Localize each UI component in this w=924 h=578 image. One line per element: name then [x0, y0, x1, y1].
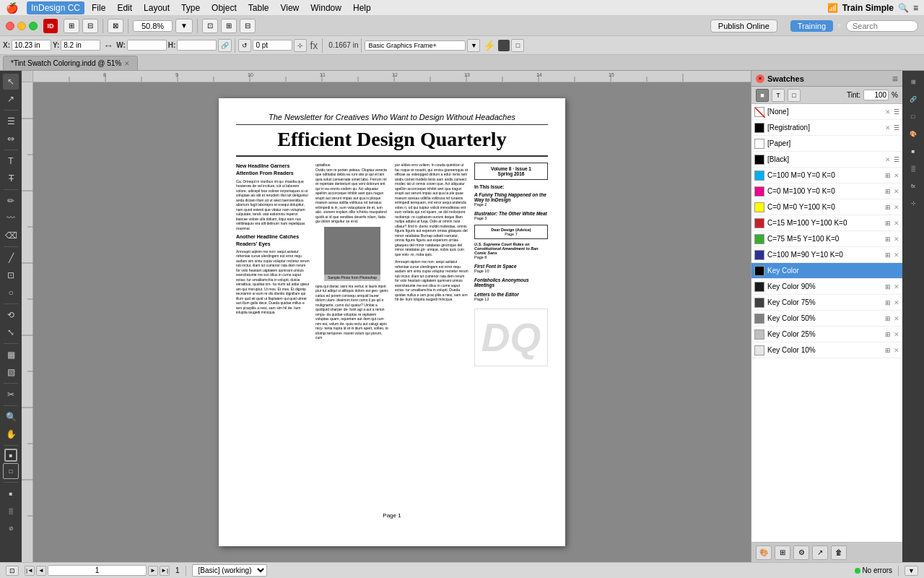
frame-selector[interactable]: ⊞: [64, 19, 79, 33]
angle-field[interactable]: [253, 40, 292, 51]
swatch-magenta-x[interactable]: ✕: [894, 188, 899, 195]
scissors-tool[interactable]: ✂: [3, 387, 19, 402]
table-menu[interactable]: Table: [244, 1, 274, 14]
next-page-btn[interactable]: ►: [148, 566, 158, 576]
frame-style-dropdown[interactable]: Basic Graphics Frame+: [365, 40, 466, 51]
color-panel-btn[interactable]: 🎨: [905, 126, 921, 142]
view-mode-btn[interactable]: ⊡: [6, 566, 19, 576]
type-tool[interactable]: T: [3, 153, 19, 169]
effects-panel-btn[interactable]: fx: [905, 178, 921, 194]
swatch-registration[interactable]: [Registration] ✕ ☰: [751, 120, 902, 136]
swatch-blue-x[interactable]: ✕: [894, 251, 899, 259]
search-input[interactable]: [846, 20, 918, 32]
properties-panel-btn[interactable]: ⊞: [905, 74, 921, 90]
swatch-mode-text[interactable]: T: [772, 89, 785, 102]
selection-tool[interactable]: ↖: [3, 74, 19, 90]
h-coord-field[interactable]: [177, 40, 217, 51]
swatch-key-color[interactable]: Key Color C=0, M=0, Y=0, K=100: [751, 263, 902, 279]
swatches-panel-menu[interactable]: ≡: [892, 73, 898, 85]
publish-online-button[interactable]: Publish Online: [710, 20, 777, 33]
swatch-key-75-x[interactable]: ✕: [894, 299, 899, 306]
smooth-tool[interactable]: 〰: [3, 210, 19, 226]
preflight-options-btn[interactable]: ▼: [905, 566, 918, 576]
color-fill[interactable]: ■: [4, 449, 17, 462]
swatch-key-10-x[interactable]: ✕: [894, 347, 899, 354]
transform-options[interactable]: ⊟: [240, 19, 256, 33]
scale-tool[interactable]: ⤡: [3, 324, 19, 340]
swatch-none-x[interactable]: ✕: [885, 108, 891, 116]
direct-selection-tool[interactable]: ↗: [3, 91, 19, 107]
zoom-dropdown[interactable]: ▼: [175, 19, 193, 33]
swatch-cyan[interactable]: C=100 M=0 Y=0 K=0 ⊞ ✕: [751, 168, 902, 184]
swatch-key-90-x[interactable]: ✕: [894, 283, 899, 290]
links-panel-btn[interactable]: 🔗: [905, 91, 921, 107]
swatch-black-x[interactable]: ✕: [885, 156, 891, 163]
ellipse-frame-tool[interactable]: ○: [3, 285, 19, 301]
apply-gradient-btn[interactable]: ▒: [3, 503, 19, 519]
page-tool[interactable]: ☰: [3, 113, 19, 129]
w-coord-field[interactable]: [127, 40, 167, 51]
swatch-key-25[interactable]: Key Color 25% ⊞ ✕: [751, 327, 902, 342]
window-menu[interactable]: Window: [306, 1, 346, 14]
minimize-button[interactable]: [17, 22, 26, 30]
file-menu[interactable]: File: [87, 1, 110, 14]
apply-color-btn[interactable]: ■: [3, 486, 19, 501]
swatch-key-90[interactable]: Key Color 90% ⊞ ✕: [751, 279, 902, 295]
swatches-close-button[interactable]: ✕: [756, 74, 764, 83]
new-swatch-btn[interactable]: ⊞: [775, 545, 790, 560]
swatch-key-50-x[interactable]: ✕: [894, 315, 899, 322]
swatch-none[interactable]: [None] ✕ ☰: [751, 104, 902, 120]
rectangle-frame-tool[interactable]: ⊡: [3, 267, 19, 283]
view-toggle[interactable]: ⊠: [108, 19, 123, 33]
stroke-panel-btn[interactable]: □: [905, 108, 921, 124]
export-swatch-btn[interactable]: ↗: [812, 545, 828, 560]
object-menu[interactable]: Object: [207, 1, 241, 14]
swatch-key-75[interactable]: Key Color 75% ⊞ ✕: [751, 295, 902, 311]
first-page-btn[interactable]: |◄: [25, 566, 35, 576]
transform-tool[interactable]: ⟲: [3, 307, 19, 323]
app-name-menu[interactable]: InDesign CC: [27, 1, 84, 14]
swatch-green[interactable]: C=75 M=5 Y=100 K=0 ⊞ ✕: [751, 231, 902, 247]
canvas-scroll[interactable]: The Newsletter for Creatives Who Want to…: [33, 82, 751, 562]
swatch-key-10[interactable]: Key Color 10% ⊞ ✕: [751, 342, 902, 358]
gradient-feather-tool[interactable]: ▧: [3, 364, 19, 380]
swatch-key-25-x[interactable]: ✕: [894, 331, 899, 338]
swatch-magenta[interactable]: C=0 M=100 Y=0 K=0 ⊞ ✕: [751, 184, 902, 199]
search-icon[interactable]: 🔍: [898, 3, 909, 13]
erase-tool[interactable]: ⌫: [3, 228, 19, 243]
align-options[interactable]: ⊞: [221, 19, 237, 33]
swatch-blue[interactable]: C=100 M=90 Y=10 K=0 ⊞ ✕: [751, 247, 902, 263]
swatch-black[interactable]: [Black] ✕ ☰: [751, 152, 902, 168]
swatch-mode-stroke[interactable]: □: [788, 89, 801, 102]
document-tab[interactable]: *Tint Swatch Coloring.indd @ 51% ✕: [3, 56, 138, 70]
y-coord-field[interactable]: [61, 40, 100, 51]
type-menu[interactable]: Type: [177, 1, 204, 14]
view-options[interactable]: ⊡: [202, 19, 218, 33]
apple-menu[interactable]: 🍎: [6, 2, 18, 14]
swatch-cyan-x[interactable]: ✕: [894, 172, 899, 179]
frame-dropdown-arrow[interactable]: ▼: [467, 39, 480, 52]
swatch-yellow-x[interactable]: ✕: [894, 204, 899, 211]
gap-tool[interactable]: ⇔: [3, 131, 19, 147]
zoom-tool[interactable]: 🔍: [3, 409, 19, 425]
gradient-panel-btn[interactable]: ▒: [905, 160, 921, 176]
help-menu[interactable]: Help: [349, 1, 375, 14]
apply-none-btn[interactable]: ⊘: [3, 520, 19, 536]
view-menu[interactable]: View: [276, 1, 303, 14]
style-dropdown[interactable]: [Basic] (working): [192, 564, 267, 577]
anchor-point[interactable]: ⊟: [82, 19, 98, 33]
swatch-red-x[interactable]: ✕: [894, 220, 899, 227]
swatch-reg-x[interactable]: ✕: [885, 124, 891, 131]
new-color-group-btn[interactable]: 🎨: [756, 545, 772, 560]
layout-menu[interactable]: Layout: [139, 1, 174, 14]
prev-page-btn[interactable]: ◄: [36, 566, 46, 576]
x-coord-field[interactable]: [12, 40, 51, 51]
swatch-mode-color[interactable]: ■: [756, 89, 769, 102]
swatch-yellow[interactable]: C=0 M=0 Y=100 K=0 ⊞ ✕: [751, 199, 902, 215]
last-page-btn[interactable]: ►|: [160, 566, 170, 576]
swatch-green-x[interactable]: ✕: [894, 236, 899, 243]
swatch-key-50[interactable]: Key Color 50% ⊞ ✕: [751, 311, 902, 327]
stroke-options[interactable]: □: [511, 39, 524, 52]
rotate-btn[interactable]: ↺: [238, 39, 251, 52]
zoom-level[interactable]: 50.8%: [133, 20, 173, 32]
